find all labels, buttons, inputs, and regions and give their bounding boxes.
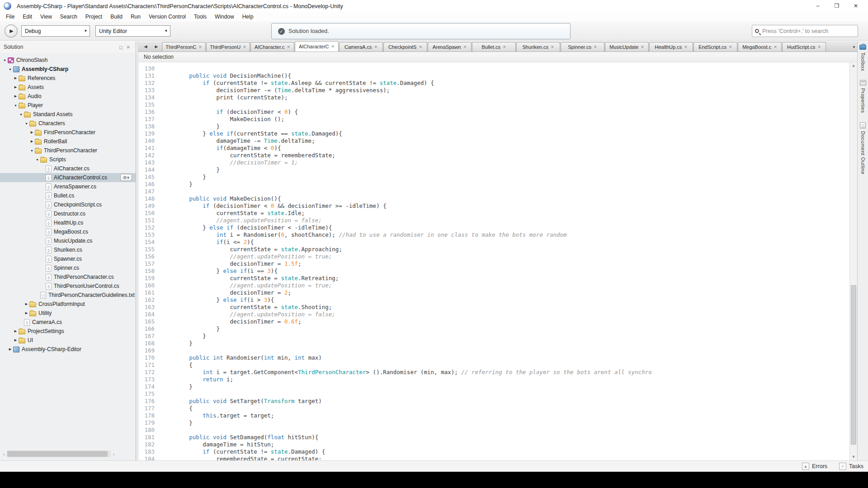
chevron-collapsed-icon[interactable]: ▶ <box>29 140 35 143</box>
close-tab-icon[interactable]: ✕ <box>817 45 821 49</box>
tree-item-destructor-cs[interactable]: {}Destructor.cs <box>0 209 136 218</box>
tab-list-dropdown-icon[interactable]: ▼ <box>852 45 856 49</box>
code-line[interactable]: 152 } else if (decisionTimer < -idleTime… <box>138 224 849 231</box>
tab-musicupdate[interactable]: MusicUpdate✕ <box>605 42 649 52</box>
tab-healthup-cs[interactable]: HealthUp.cs✕ <box>649 42 693 52</box>
tasks-toggle[interactable]: ✓ Tasks <box>839 463 863 470</box>
menu-item-tools[interactable]: Tools <box>190 13 211 21</box>
code-line[interactable]: 154 if(i <= 2){ <box>138 239 849 246</box>
scrollbar-thumb[interactable] <box>7 451 108 457</box>
tree-horizontal-scrollbar[interactable]: ‹ › <box>1 450 117 458</box>
code-line[interactable]: 183 if (currentState != state.Damaged) { <box>138 448 849 455</box>
code-line[interactable]: 174 } <box>138 383 849 390</box>
errors-toggle[interactable]: ▲ Errors <box>802 463 827 470</box>
code-line[interactable]: 151 //agent.updatePosition = false; <box>138 217 849 224</box>
menu-item-search[interactable]: Search <box>56 13 81 21</box>
tree-item-thirdpersoncharacter[interactable]: ▼ThirdPersonCharacter <box>0 146 136 155</box>
scrollbar-thumb[interactable] <box>851 285 856 444</box>
tree-item-spinner-cs[interactable]: {}Spinner.cs <box>0 263 136 272</box>
code-line[interactable]: 171 { <box>138 361 849 369</box>
code-line[interactable]: 178 this.target = target; <box>138 412 849 419</box>
code-line[interactable]: 133 decisionTimer -= (Time.deltaTime * a… <box>138 87 849 94</box>
close-tab-icon[interactable]: ✕ <box>374 45 377 49</box>
code-line[interactable]: 150 currentState = state.Idle; <box>138 210 849 217</box>
menu-item-build[interactable]: Build <box>106 13 127 21</box>
scroll-left-icon[interactable]: ‹ <box>1 451 7 457</box>
code-line[interactable]: 166 } <box>138 325 849 333</box>
menu-item-run[interactable]: Run <box>127 13 145 21</box>
chevron-collapsed-icon[interactable]: ▶ <box>13 338 19 342</box>
code-line[interactable]: 139 } else if(currentState == state.Dama… <box>138 130 849 137</box>
tree-item-rollerball[interactable]: ▶RollerBall <box>0 137 136 146</box>
code-line[interactable]: 132 if (currentState != state.Asleep && … <box>138 80 849 87</box>
global-search[interactable] <box>752 25 858 37</box>
tree-item-player[interactable]: ▼Player <box>0 101 136 110</box>
chevron-expanded-icon[interactable]: ▼ <box>7 68 13 71</box>
code-line[interactable]: 136 if (decisionTimer < 0) { <box>138 108 849 116</box>
tab-aicharacterc[interactable]: AICharacterC✕ <box>295 41 339 52</box>
tree-item-megaboost-cs[interactable]: {}MegaBoost.cs <box>0 227 136 236</box>
code-line[interactable]: 176 public void SetTarget(Transform targ… <box>138 398 849 405</box>
code-line[interactable]: 182 damageTime = hitStun; <box>138 441 849 448</box>
close-tab-icon[interactable]: ✕ <box>684 45 688 49</box>
code-line[interactable]: 156 //agent.updatePosition = true; <box>138 253 849 260</box>
code-line[interactable]: 142 currentState = rememberedState; <box>138 152 849 159</box>
code-line[interactable]: 161 decisionTimer = 2; <box>138 289 849 296</box>
close-pad-icon[interactable]: ✕ <box>125 45 132 50</box>
code-line[interactable]: 175 <box>138 390 849 398</box>
tree-item-firstpersoncharacter[interactable]: ▶FirstPersonCharacter <box>0 128 136 137</box>
menu-item-project[interactable]: Project <box>81 13 106 21</box>
code-line[interactable]: 130 <box>138 65 849 72</box>
chevron-collapsed-icon[interactable]: ▶ <box>7 347 13 351</box>
scroll-down-icon[interactable]: ▼ <box>852 454 856 460</box>
code-line[interactable]: 153 int i = Randomiser(0, shootChance); … <box>138 231 849 239</box>
tree-item-checkpointscript-cs[interactable]: {}CheckpointScript.cs <box>0 200 136 209</box>
chevron-expanded-icon[interactable]: ▼ <box>18 113 24 116</box>
configuration-dropdown[interactable]: Debug ▼ <box>21 25 90 37</box>
code-line[interactable]: 184 rememberedState = currentState; <box>138 455 849 460</box>
menu-item-window[interactable]: Window <box>211 13 238 21</box>
close-tab-icon[interactable]: ✕ <box>774 45 777 49</box>
code-line[interactable]: 131 public void DecisionMachine(){ <box>138 72 849 80</box>
close-tab-icon[interactable]: ✕ <box>641 45 644 49</box>
close-tab-icon[interactable]: ✕ <box>463 45 467 49</box>
chevron-collapsed-icon[interactable]: ▶ <box>24 311 29 315</box>
tree-item-projectsettings[interactable]: ▶ProjectSettings <box>0 327 136 336</box>
chevron-expanded-icon[interactable]: ▼ <box>29 149 35 152</box>
tree-item-spawner-cs[interactable]: {}Spawner.cs <box>0 254 136 263</box>
close-tab-icon[interactable]: ✕ <box>503 45 506 49</box>
close-tab-icon[interactable]: ✕ <box>198 45 202 49</box>
code-line[interactable]: 159 currentState = state.Retreating; <box>138 275 849 282</box>
menu-item-view[interactable]: View <box>36 13 56 21</box>
dock-tab-properties[interactable]: Properties <box>860 80 866 113</box>
tree-item-aicharactercontrol-cs[interactable]: {}AICharacterControl.cs⚙▾ <box>0 173 136 182</box>
code-line[interactable]: 160 //agent.updatePosition = true; <box>138 282 849 289</box>
tab-spinner-cs[interactable]: Spinner.cs✕ <box>561 42 604 52</box>
code-line[interactable]: 163 currentState = state.Shooting; <box>138 304 849 311</box>
tree-item-ui[interactable]: ▶UI <box>0 336 136 345</box>
code-line[interactable]: 165 decisionTimer = 0.6f; <box>138 318 849 325</box>
tree-item-aicharacter-cs[interactable]: {}AICharacter.cs <box>0 164 136 173</box>
tab-scroll-right-icon[interactable]: ▶ <box>151 42 162 51</box>
tree-item-references[interactable]: ▶References <box>0 74 136 83</box>
tab-thirdpersonc[interactable]: ThirdPersonC✕ <box>162 42 206 52</box>
dock-tab-toolbox[interactable]: Toolbox <box>859 43 866 71</box>
tree-item-bullet-cs[interactable]: {}Bullet.cs <box>0 191 136 200</box>
close-tab-icon[interactable]: ✕ <box>594 45 597 49</box>
code-line[interactable]: 147 <box>138 188 849 195</box>
code-line[interactable]: 170 public int Randomiser(int min, int m… <box>138 354 849 361</box>
code-line[interactable]: 138 } <box>138 123 849 130</box>
tree-item-chronoslash[interactable]: ▼ChronoSlash <box>0 56 136 65</box>
chevron-collapsed-icon[interactable]: ▶ <box>13 76 19 80</box>
tree-item-assembly-csharp-editor[interactable]: ▶Assembly-CSharp-Editor <box>0 345 136 354</box>
close-button[interactable]: ✕ <box>846 1 865 11</box>
tab-endscript-cs[interactable]: EndScript.cs✕ <box>693 42 737 52</box>
code-line[interactable]: 179 } <box>138 419 849 427</box>
scroll-right-icon[interactable]: › <box>111 451 117 457</box>
code-line[interactable]: 168 } <box>138 340 849 347</box>
tree-item-thirdpersonusercontrol-cs[interactable]: {}ThirdPersonUserControl.cs <box>0 282 136 291</box>
chevron-collapsed-icon[interactable]: ▶ <box>13 94 19 98</box>
code-editor[interactable]: 130131 public void DecisionMachine(){132… <box>138 62 849 460</box>
tab-aicharacter-c[interactable]: AICharacter.c✕ <box>250 42 294 52</box>
chevron-expanded-icon[interactable]: ▼ <box>34 158 40 161</box>
